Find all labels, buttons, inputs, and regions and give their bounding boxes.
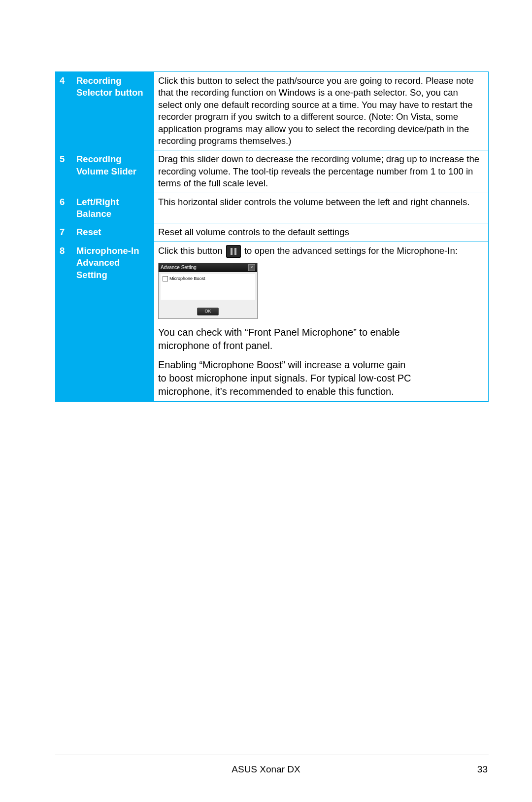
ok-button[interactable]: OK [197,308,218,315]
row-number: 6 [56,193,72,223]
row-description: Drag this slider down to decrease the re… [154,150,489,193]
dialog-footer: OK [159,302,257,318]
row-number: 8 [56,242,72,402]
row-label: Recording Selector button [72,72,154,150]
row-number: 4 [56,72,72,150]
table-row: 7 Reset Reset all volume controls to the… [56,223,489,242]
close-icon[interactable]: × [248,264,255,271]
advance-setting-dialog: Advance Setting × Microphone Boost OK [158,263,258,319]
row-label: Microphone-In Advanced Setting [72,242,154,402]
mixer-icon [226,245,241,258]
desc-paragraph: You can check with “Front Panel Micropho… [158,326,414,352]
table-row: 5 Recording Volume Slider Drag this slid… [56,150,489,193]
row-label: Recording Volume Slider [72,150,154,193]
microphone-boost-checkbox[interactable]: Microphone Boost [163,276,253,282]
row-description: Reset all volume controls to the default… [154,223,489,242]
product-name: ASUS Xonar DX [232,764,300,775]
dialog-body: Microphone Boost [161,274,255,300]
desc-text-pre: Click this button [158,245,225,256]
page-number: 33 [477,764,488,775]
feature-table: 4 Recording Selector button Click this b… [55,71,489,402]
row-label: Left/Right Balance [72,193,154,223]
table-row: 8 Microphone-In Advanced Setting Click t… [56,242,489,402]
row-number: 5 [56,150,72,193]
row-number: 7 [56,223,72,242]
dialog-titlebar: Advance Setting × [159,263,257,272]
desc-paragraph: Enabling “Microphone Boost” will increas… [158,358,414,398]
checkbox-label: Microphone Boost [169,276,205,282]
table-row: 4 Recording Selector button Click this b… [56,72,489,150]
row-label: Reset [72,223,154,242]
row-description: Click this button to select the path/sou… [154,72,489,150]
table-row: 6 Left/Right Balance This horizontal sli… [56,193,489,223]
dialog-title: Advance Setting [161,264,197,271]
row-description: Click this button to open the advanced s… [154,242,489,402]
desc-text-post: to open the advanced settings for the Mi… [244,245,458,256]
page-footer: ASUS Xonar DX 33 [0,764,532,775]
row-description: This horizontal slider controls the volu… [154,193,489,223]
footer-divider [55,755,489,755]
document-page: 4 Recording Selector button Click this b… [0,0,532,802]
checkbox-icon [163,276,168,281]
